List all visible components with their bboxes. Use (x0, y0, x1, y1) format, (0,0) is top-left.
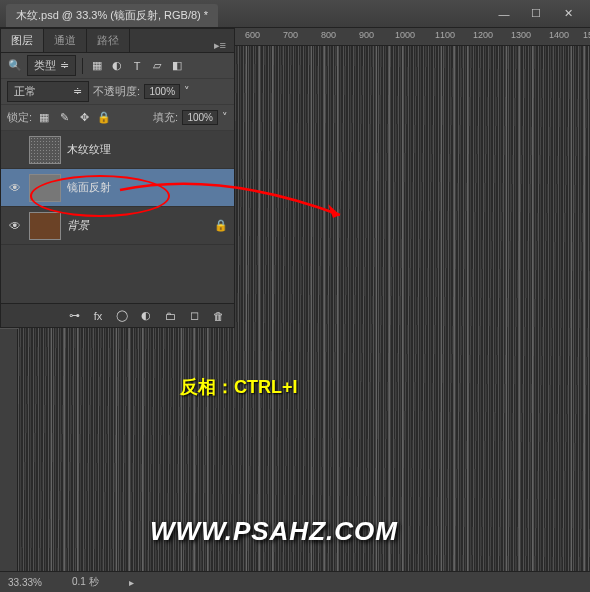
fill-label: 填充: (153, 110, 178, 125)
layer-thumbnail[interactable] (29, 174, 61, 202)
lock-pixels-icon[interactable]: ✎ (56, 110, 72, 126)
search-icon[interactable]: 🔍 (7, 58, 23, 74)
visibility-toggle[interactable]: 👁 (7, 181, 23, 195)
window-buttons: — ☐ ✕ (488, 4, 584, 24)
layer-item[interactable]: 木纹纹理 (1, 131, 234, 169)
tab-layers[interactable]: 图层 (1, 29, 44, 52)
horizontal-ruler: 600 700 800 900 1000 1100 1200 1300 1400… (235, 28, 590, 46)
layer-item[interactable]: 👁 镜面反射 (1, 169, 234, 207)
maximize-button[interactable]: ☐ (520, 4, 552, 24)
lock-label: 锁定: (7, 110, 32, 125)
layer-thumbnail[interactable] (29, 212, 61, 240)
tab-paths[interactable]: 路径 (87, 29, 130, 52)
layer-thumbnail[interactable] (29, 136, 61, 164)
layer-name[interactable]: 背景 (67, 218, 89, 233)
filter-adjust-icon[interactable]: ◐ (109, 58, 125, 74)
panel-footer: ⊶ fx ◯ ◐ 🗀 ◻ 🗑 (1, 303, 234, 327)
lock-icon: 🔒 (214, 219, 228, 232)
link-layers-icon[interactable]: ⊶ (66, 308, 82, 324)
filter-type-icon[interactable]: T (129, 58, 145, 74)
opacity-arrow-icon[interactable]: ˅ (184, 85, 190, 98)
filter-pixel-icon[interactable]: ▦ (89, 58, 105, 74)
blend-mode-dropdown[interactable]: 正常≑ (7, 81, 89, 102)
filter-shape-icon[interactable]: ▱ (149, 58, 165, 74)
lock-transparent-icon[interactable]: ▦ (36, 110, 52, 126)
layer-list: 木纹纹理 👁 镜面反射 👁 背景 🔒 (1, 131, 234, 303)
visibility-toggle[interactable]: 👁 (7, 219, 23, 233)
status-arrow-icon[interactable]: ▸ (129, 577, 134, 588)
annotation-text: 反相：CTRL+I (180, 375, 298, 399)
lock-all-icon[interactable]: 🔒 (96, 110, 112, 126)
delete-icon[interactable]: 🗑 (210, 308, 226, 324)
document-tab[interactable]: 木纹.psd @ 33.3% (镜面反射, RGB/8) * (6, 4, 218, 27)
opacity-label: 不透明度: (93, 84, 140, 99)
adjustment-icon[interactable]: ◐ (138, 308, 154, 324)
title-bar: 木纹.psd @ 33.3% (镜面反射, RGB/8) * — ☐ ✕ (0, 0, 590, 28)
layer-item[interactable]: 👁 背景 🔒 (1, 207, 234, 245)
tab-channels[interactable]: 通道 (44, 29, 87, 52)
mask-icon[interactable]: ◯ (114, 308, 130, 324)
lock-position-icon[interactable]: ✥ (76, 110, 92, 126)
close-button[interactable]: ✕ (552, 4, 584, 24)
panel-tabs: 图层 通道 路径 ▸≡ (1, 29, 234, 53)
fill-arrow-icon[interactable]: ˅ (222, 111, 228, 124)
new-layer-icon[interactable]: ◻ (186, 308, 202, 324)
filter-smart-icon[interactable]: ◧ (169, 58, 185, 74)
blend-row: 正常≑ 不透明度: 100% ˅ (1, 79, 234, 105)
timing-info: 0.1 秒 (72, 575, 99, 589)
fill-value[interactable]: 100% (182, 110, 218, 125)
filter-row: 🔍 类型≑ ▦ ◐ T ▱ ◧ (1, 53, 234, 79)
zoom-level[interactable]: 33.33% (8, 577, 42, 588)
minimize-button[interactable]: — (488, 4, 520, 24)
status-bar: 33.33% 0.1 秒 ▸ (0, 571, 590, 592)
kind-dropdown[interactable]: 类型≑ (27, 55, 76, 76)
vertical-ruler (0, 329, 18, 571)
watermark: WWW.PSAHZ.COM (150, 516, 398, 547)
layer-name[interactable]: 木纹纹理 (67, 142, 111, 157)
panel-menu-icon[interactable]: ▸≡ (206, 39, 234, 52)
lock-row: 锁定: ▦ ✎ ✥ 🔒 填充: 100% ˅ (1, 105, 234, 131)
fx-icon[interactable]: fx (90, 308, 106, 324)
group-icon[interactable]: 🗀 (162, 308, 178, 324)
layers-panel: 图层 通道 路径 ▸≡ 🔍 类型≑ ▦ ◐ T ▱ ◧ 正常≑ 不透明度: 10… (0, 28, 235, 328)
opacity-value[interactable]: 100% (144, 84, 180, 99)
layer-name[interactable]: 镜面反射 (67, 180, 111, 195)
